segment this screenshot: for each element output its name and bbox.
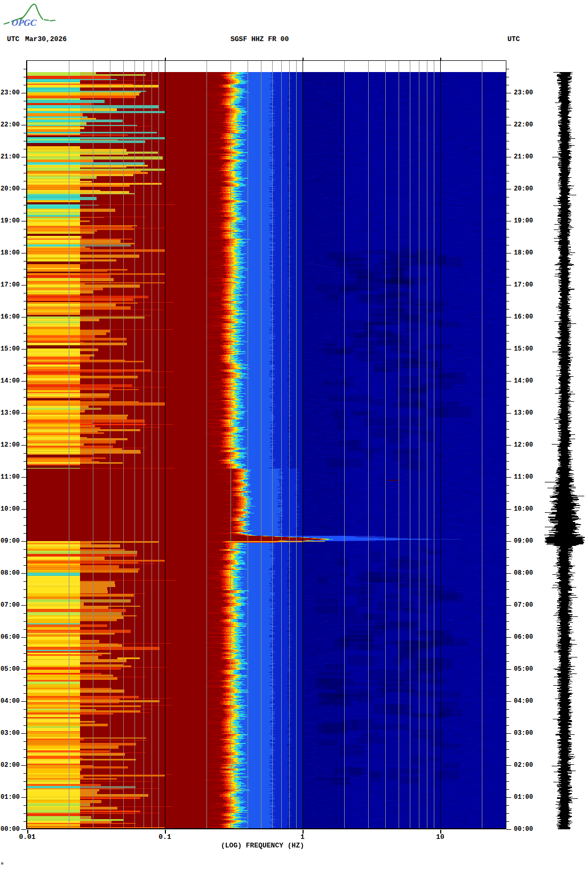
y-minor-tick-left [23, 533, 26, 534]
y-minor-tick-right [506, 197, 509, 197]
y-minor-tick-right [506, 629, 509, 630]
y-minor-tick-left [23, 237, 26, 237]
time-label-right: 14:00 [514, 377, 533, 385]
y-minor-tick-right [506, 581, 509, 582]
y-minor-tick-right [506, 589, 509, 590]
y-minor-tick-left [23, 341, 26, 342]
x-tick-label: 10 [419, 833, 462, 841]
time-label-left: 08:00 [1, 569, 20, 577]
time-label-left: 22:00 [1, 121, 20, 129]
y-major-tick-left [21, 349, 26, 350]
y-minor-tick-right [506, 661, 509, 662]
y-major-tick-right [506, 317, 511, 318]
y-minor-tick-right [506, 149, 509, 149]
y-minor-tick-right [506, 549, 509, 550]
y-minor-tick-right [506, 805, 509, 806]
y-minor-tick-right [506, 205, 509, 205]
y-minor-tick-right [506, 565, 509, 566]
y-minor-tick-left [23, 653, 26, 654]
y-minor-tick-right [506, 485, 509, 486]
y-minor-tick-right [506, 325, 509, 326]
y-minor-tick-right [506, 301, 509, 302]
y-minor-tick-right [506, 677, 509, 678]
y-minor-tick-right [506, 261, 509, 261]
y-minor-tick-left [23, 429, 26, 430]
time-label-left: 17:00 [1, 281, 20, 289]
y-major-tick-left [21, 701, 26, 702]
page: OPGC UTC Mar30,2026 SGSF HHZ FR 00 UTC 0… [0, 0, 588, 872]
y-minor-tick-right [506, 293, 509, 294]
time-label-left: 13:00 [1, 409, 20, 417]
y-minor-tick-left [23, 757, 26, 758]
y-minor-tick-right [506, 789, 509, 790]
y-minor-tick-left [23, 501, 26, 502]
y-minor-tick-left [23, 781, 26, 782]
y-minor-tick-left [23, 613, 26, 614]
y-major-tick-left [21, 125, 26, 125]
y-major-tick-right [506, 573, 511, 574]
y-major-tick-left [21, 157, 26, 157]
y-minor-tick-left [23, 141, 26, 141]
y-minor-tick-right [506, 781, 509, 782]
y-minor-tick-right [506, 365, 509, 366]
time-label-right: 01:00 [514, 794, 533, 801]
y-major-tick-right [506, 157, 511, 157]
y-minor-tick-left [23, 453, 26, 454]
y-major-tick-left [21, 829, 26, 830]
y-major-tick-right [506, 285, 511, 286]
header-station: SGSF HHZ FR 00 [231, 35, 289, 43]
spectrogram-canvas [26, 60, 506, 829]
y-minor-tick-left [23, 789, 26, 790]
time-label-right: 18:00 [514, 249, 533, 257]
y-major-tick-left [21, 221, 26, 221]
y-major-tick-left [21, 797, 26, 798]
y-major-tick-right [506, 477, 511, 478]
y-major-tick-left [21, 669, 26, 670]
y-minor-tick-right [506, 645, 509, 646]
y-major-tick-right [506, 189, 511, 189]
y-minor-tick-left [23, 629, 26, 630]
x-tick-label: 1 [281, 833, 324, 841]
y-major-tick-right [506, 829, 511, 830]
y-major-tick-left [21, 253, 26, 253]
y-minor-tick-right [506, 405, 509, 406]
y-minor-tick-right [506, 525, 509, 526]
y-minor-tick-right [506, 309, 509, 310]
y-major-tick-left [21, 733, 26, 734]
y-major-tick-left [21, 317, 26, 318]
y-minor-tick-left [23, 525, 26, 526]
y-minor-tick-right [506, 757, 509, 758]
y-minor-tick-left [23, 117, 26, 117]
y-minor-tick-right [506, 269, 509, 269]
y-major-tick-right [506, 765, 511, 766]
y-minor-tick-right [506, 85, 509, 85]
y-major-tick-right [506, 413, 511, 414]
y-minor-tick-left [23, 397, 26, 398]
time-label-right: 10:00 [514, 505, 533, 513]
y-major-tick-left [21, 189, 26, 189]
y-minor-tick-right [506, 77, 509, 77]
y-minor-tick-right [506, 773, 509, 774]
x-decade-tick-top [165, 58, 166, 60]
y-minor-tick-right [506, 437, 509, 438]
y-minor-tick-left [23, 301, 26, 302]
y-minor-tick-right [506, 213, 509, 213]
y-minor-tick-right [506, 517, 509, 518]
y-minor-tick-left [23, 181, 26, 181]
y-minor-tick-right [506, 653, 509, 654]
y-minor-tick-right [506, 685, 509, 686]
y-minor-tick-left [23, 85, 26, 85]
y-major-tick-right [506, 381, 511, 382]
time-label-right: 22:00 [514, 121, 533, 129]
y-minor-tick-left [23, 405, 26, 406]
y-minor-tick-left [23, 493, 26, 494]
y-major-tick-left [21, 765, 26, 766]
y-minor-tick-left [23, 389, 26, 390]
y-major-tick-right [506, 637, 511, 638]
y-minor-tick-left [23, 133, 26, 133]
y-major-tick-right [506, 509, 511, 510]
y-minor-tick-right [506, 109, 509, 109]
time-label-left: 07:00 [1, 601, 20, 609]
y-minor-tick-left [23, 821, 26, 822]
seismogram-canvas [541, 60, 588, 829]
